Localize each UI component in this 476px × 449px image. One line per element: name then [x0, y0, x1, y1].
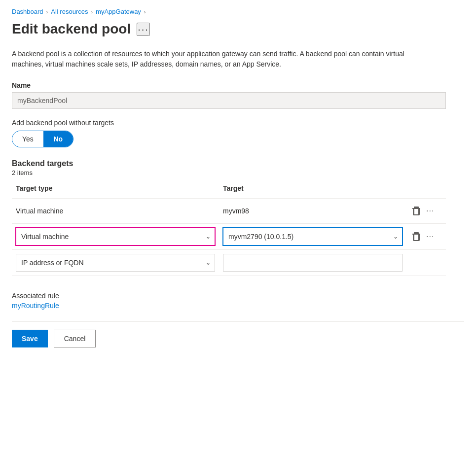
toggle-yes[interactable]: Yes: [12, 131, 43, 147]
breadcrumb-myappgateway[interactable]: myAppGateway: [96, 8, 141, 15]
breadcrumb-dashboard[interactable]: Dashboard: [12, 8, 43, 15]
static-row-actions: ···: [406, 203, 446, 219]
editable-row2-target-cell: [219, 252, 406, 274]
header-target: Target: [219, 182, 406, 194]
cancel-button[interactable]: Cancel: [54, 330, 96, 347]
editable-row2-target-input[interactable]: [223, 254, 403, 272]
footer-actions: Save Cancel: [12, 330, 464, 347]
table-header: Target type Target: [12, 182, 446, 199]
breadcrumb-sep-3: ›: [144, 9, 146, 15]
editable-row1-more-button[interactable]: ···: [426, 232, 434, 241]
toggle-no[interactable]: No: [43, 131, 73, 147]
more-options-button[interactable]: ···: [137, 23, 150, 36]
table-row-static: Virtual machine myvm98 ···: [12, 199, 446, 224]
table-row-editable-1: Virtual machine IP address or FQDN ⌄ myv…: [12, 224, 446, 250]
toggle-switch[interactable]: Yes No: [12, 131, 73, 147]
name-input[interactable]: [12, 92, 446, 109]
breadcrumb-sep-1: ›: [46, 9, 48, 15]
editable-row1-type-select[interactable]: Virtual machine IP address or FQDN: [16, 228, 215, 245]
page-title: Edit backend pool: [12, 21, 131, 37]
editable-row2-type-select[interactable]: IP address or FQDN Virtual machine: [16, 254, 215, 271]
trash-icon: [412, 207, 420, 215]
backend-targets-section: Backend targets 2 items Target type Targ…: [12, 159, 464, 276]
breadcrumb-sep-2: ›: [91, 9, 93, 15]
editable-row1-target-select[interactable]: myvm2790 (10.0.1.5) myvm98: [223, 228, 402, 245]
static-row-more-button[interactable]: ···: [426, 207, 434, 215]
header-actions: [406, 182, 446, 194]
breadcrumb-all-resources[interactable]: All resources: [51, 8, 88, 15]
backend-targets-table: Target type Target Virtual machine myvm9…: [12, 182, 446, 276]
static-row-target: myvm98: [219, 205, 406, 217]
static-row-target-type: Virtual machine: [12, 205, 219, 217]
backend-targets-title: Backend targets: [12, 159, 464, 168]
editable-row1-target-cell: myvm2790 (10.0.1.5) myvm98 ⌄: [219, 226, 406, 247]
breadcrumb: Dashboard › All resources › myAppGateway…: [12, 8, 464, 15]
toggle-section: Add backend pool without targets Yes No: [12, 119, 464, 147]
header-target-type: Target type: [12, 182, 219, 194]
editable-row2-type-select-wrapper: IP address or FQDN Virtual machine ⌄: [16, 254, 215, 272]
toggle-label: Add backend pool without targets: [12, 119, 464, 127]
associated-rule-label: Associated rule: [12, 292, 464, 300]
editable-row1-type-select-wrapper: Virtual machine IP address or FQDN ⌄: [16, 228, 215, 245]
name-label: Name: [12, 81, 464, 89]
table-row-editable-2: IP address or FQDN Virtual machine ⌄: [12, 250, 446, 276]
editable-row2-type-cell: IP address or FQDN Virtual machine ⌄: [12, 252, 219, 274]
page-container: Dashboard › All resources › myAppGateway…: [0, 0, 476, 449]
editable-row1-target-select-wrapper: myvm2790 (10.0.1.5) myvm98 ⌄: [223, 228, 403, 245]
page-header: Edit backend pool ···: [12, 21, 464, 37]
associated-rule-section: Associated rule myRoutingRule: [12, 292, 464, 310]
editable-row1-type-cell: Virtual machine IP address or FQDN ⌄: [12, 226, 219, 247]
items-count: 2 items: [12, 169, 464, 176]
editable-row1-actions: ···: [406, 228, 446, 245]
save-button[interactable]: Save: [12, 330, 48, 347]
associated-rule-link[interactable]: myRoutingRule: [12, 302, 59, 310]
name-field-section: Name: [12, 81, 464, 109]
static-row-delete-button[interactable]: [410, 205, 422, 217]
trash-icon-2: [412, 232, 420, 241]
editable-row2-actions: [406, 261, 446, 265]
footer-divider: [12, 321, 464, 322]
editable-row1-delete-button[interactable]: [410, 230, 422, 243]
description-text: A backend pool is a collection of resour…: [12, 49, 416, 69]
